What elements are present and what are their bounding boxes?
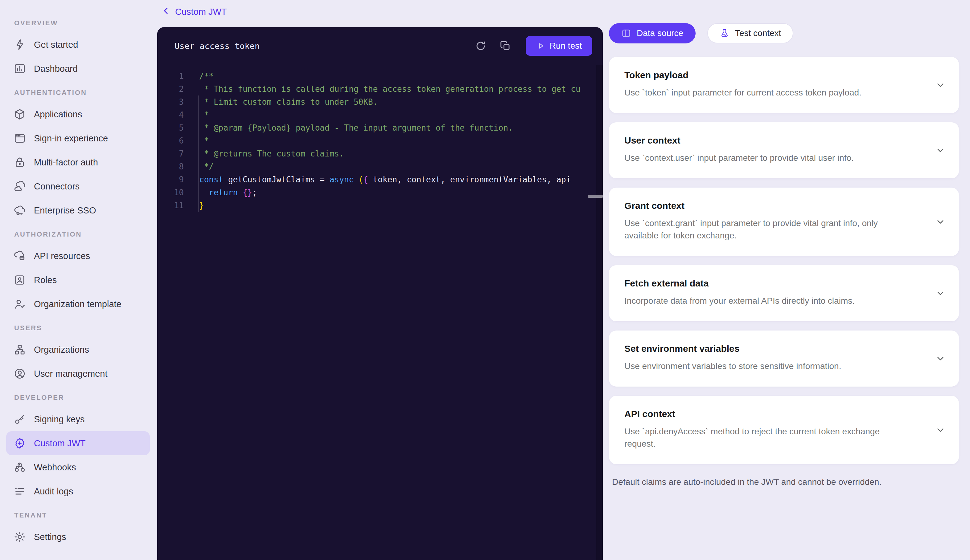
sidebar-section-label: AUTHENTICATION	[6, 81, 150, 102]
sidebar-item-api-resources[interactable]: API resources	[6, 244, 150, 268]
chevron-left-icon	[162, 6, 171, 18]
card-description: Use `context.user` input parameter to pr…	[624, 152, 911, 164]
code-text: const getCustomJwtClaims = async ({ toke…	[184, 173, 571, 186]
card-api-context[interactable]: API contextUse `api.denyAccess` method t…	[609, 396, 959, 464]
line-number: 1	[157, 70, 184, 83]
sidebar-section-label: AUTHORIZATION	[6, 222, 150, 244]
sidebar-item-label: Signing keys	[34, 414, 84, 425]
code-line: 7 * @returns The custom claims.	[157, 147, 603, 160]
card-title: User context	[624, 135, 925, 146]
sidebar-item-label: Roles	[34, 275, 57, 285]
sidebar-item-audit-logs[interactable]: Audit logs	[6, 479, 150, 503]
code-editor-panel: User access token Run test 1/**2 * This …	[157, 27, 603, 560]
sidebar-item-label: User management	[34, 369, 108, 379]
card-description: Use `api.denyAccess` method to reject th…	[624, 425, 911, 450]
card-set-environment-variables[interactable]: Set environment variablesUse environment…	[609, 330, 959, 387]
line-number: 4	[157, 108, 184, 122]
connectors-icon	[13, 180, 26, 193]
sidebar-item-dashboard[interactable]: Dashboard	[6, 57, 150, 81]
card-title: Grant context	[624, 200, 925, 211]
cloud-box-icon	[13, 250, 26, 262]
card-token-payload[interactable]: Token payloadUse `token` input parameter…	[609, 57, 959, 113]
dashboard-icon	[13, 63, 26, 75]
sidebar: OVERVIEWGet startedDashboardAUTHENTICATI…	[0, 0, 157, 560]
code-text: * @param {Payload} payload - The input a…	[184, 122, 513, 134]
line-number: 8	[157, 160, 184, 173]
key-icon	[13, 413, 26, 425]
copy-icon[interactable]	[500, 40, 511, 52]
tab-label: Data source	[637, 28, 683, 38]
chevron-down-icon	[935, 288, 946, 299]
sidebar-item-label: Get started	[34, 40, 78, 50]
role-card-icon	[13, 274, 26, 286]
sidebar-item-label: API resources	[34, 251, 90, 261]
org-chart-icon	[13, 343, 26, 356]
sidebar-item-organizations[interactable]: Organizations	[6, 338, 150, 362]
panel-tabs: Data sourceTest context	[609, 23, 959, 43]
sidebar-item-connectors[interactable]: Connectors	[6, 174, 150, 198]
sidebar-item-user-management[interactable]: User management	[6, 362, 150, 386]
sidebar-item-label: Sign-in experience	[34, 133, 108, 143]
breadcrumb[interactable]: Custom JWT	[162, 5, 227, 18]
sidebar-item-organization-template[interactable]: Organization template	[6, 292, 150, 316]
tab-data-source[interactable]: Data source	[609, 23, 696, 43]
seal-plus-icon	[13, 437, 26, 449]
sidebar-item-roles[interactable]: Roles	[6, 268, 150, 292]
card-title: API context	[624, 409, 925, 419]
card-description: Use environment variables to store sensi…	[624, 360, 911, 372]
code-text: }	[184, 199, 204, 212]
card-title: Set environment variables	[624, 343, 925, 354]
card-description: Use `context.grant` input parameter to p…	[624, 217, 911, 242]
sidebar-item-webhooks[interactable]: Webhooks	[6, 455, 150, 479]
code-line: 4 *	[157, 108, 603, 122]
sidebar-item-label: Organizations	[34, 345, 89, 355]
code-text: * This function is called during the acc…	[184, 83, 580, 95]
code-area[interactable]: 1/**2 * This function is called during t…	[157, 65, 603, 212]
data-source-icon	[621, 28, 631, 38]
panel-footer-note: Default claims are auto-included in the …	[609, 477, 959, 487]
card-title: Token payload	[624, 70, 925, 80]
editor-scrollbar-thumb[interactable]	[588, 195, 603, 198]
sidebar-item-multi-factor-auth[interactable]: Multi-factor auth	[6, 150, 150, 174]
line-number: 6	[157, 134, 184, 147]
sidebar-item-settings[interactable]: Settings	[6, 525, 150, 549]
gear-icon	[13, 531, 26, 543]
user-circle-icon	[13, 367, 26, 380]
sidebar-item-label: Webhooks	[34, 462, 76, 473]
tab-test-context[interactable]: Test context	[707, 23, 793, 43]
chevron-down-icon	[935, 80, 946, 90]
editor-scrollbar[interactable]	[596, 65, 603, 560]
refresh-icon[interactable]	[475, 40, 486, 52]
instruction-cards: Token payloadUse `token` input parameter…	[609, 57, 959, 464]
sidebar-item-enterprise-sso[interactable]: Enterprise SSO	[6, 198, 150, 222]
sidebar-section-label: OVERVIEW	[6, 11, 150, 33]
code-text: *	[184, 134, 209, 147]
code-line: 2 * This function is called during the a…	[157, 83, 603, 95]
custom-jwt-page: OVERVIEWGet startedDashboardAUTHENTICATI…	[0, 0, 970, 560]
card-fetch-external-data[interactable]: Fetch external dataIncorporate data from…	[609, 265, 959, 321]
sidebar-section-label: USERS	[6, 316, 150, 338]
code-text: * Limit custom claims to under 50KB.	[184, 95, 378, 108]
sidebar-item-sign-in-experience[interactable]: Sign-in experience	[6, 126, 150, 150]
card-title: Fetch external data	[624, 278, 925, 288]
instruction-panel: Data sourceTest context Token payloadUse…	[609, 23, 959, 487]
sidebar-item-applications[interactable]: Applications	[6, 102, 150, 126]
sidebar-item-custom-jwt[interactable]: Custom JWT	[6, 431, 150, 455]
list-icon	[13, 485, 26, 497]
line-number: 11	[157, 199, 184, 212]
code-line: 9const getCustomJwtClaims = async ({ tok…	[157, 173, 603, 186]
sidebar-item-get-started[interactable]: Get started	[6, 33, 150, 57]
code-line: 1/**	[157, 70, 603, 83]
card-description: Incorporate data from your external APIs…	[624, 295, 911, 307]
sidebar-item-signing-keys[interactable]: Signing keys	[6, 407, 150, 431]
card-grant-context[interactable]: Grant contextUse `context.grant` input p…	[609, 188, 959, 256]
lock-icon	[13, 156, 26, 168]
card-user-context[interactable]: User contextUse `context.user` input par…	[609, 122, 959, 178]
editor-title: User access token	[174, 41, 462, 51]
code-line: 8 */	[157, 160, 603, 173]
sidebar-section-label: TENANT	[6, 503, 150, 525]
webhook-icon	[13, 461, 26, 473]
code-text: *	[184, 108, 209, 122]
run-test-button[interactable]: Run test	[526, 36, 592, 56]
line-number: 7	[157, 147, 184, 160]
